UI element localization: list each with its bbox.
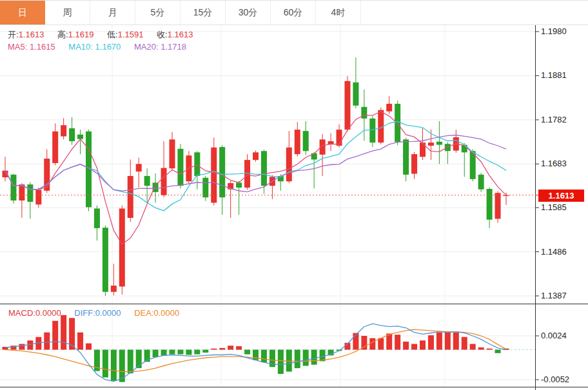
- current-price-tag: 1.1613: [538, 190, 584, 202]
- tab-5min[interactable]: 5分: [135, 1, 181, 24]
- chart-stage: 开:1.1613 高:1.1619 低:1.1591 收:1.1613 MA5:…: [0, 25, 588, 390]
- tab-4hour[interactable]: 4时: [316, 1, 361, 24]
- price-axis-tick: 1.1585: [541, 202, 567, 213]
- tab-30min[interactable]: 30分: [226, 1, 271, 24]
- ohlc-high: 高:1.1619: [57, 30, 93, 39]
- price-axis-tick: 1.1683: [541, 159, 567, 169]
- tab-month[interactable]: 月: [90, 1, 135, 24]
- macd-axis-tick: -0.0052: [541, 375, 569, 385]
- tab-day[interactable]: 日: [0, 1, 45, 24]
- ohlc-low: 低:1.1591: [107, 30, 143, 39]
- ohlc-open: 开:1.1613: [8, 30, 44, 39]
- diff-readout: DIFF:0.0000: [74, 308, 121, 318]
- macd-axis-tick: 0.0024: [541, 331, 567, 341]
- price-axis-tick: 1.1782: [541, 115, 567, 125]
- chart-widget: 日 周 月 5分 15分 30分 60分 4时 开:1.1613 高:1.161…: [0, 0, 588, 390]
- macd-readout: MACD:0.0000: [8, 308, 61, 318]
- price-axis-tick: 1.1881: [541, 70, 567, 81]
- ma20-readout: MA20: 1.1718: [134, 42, 186, 52]
- price-axis-tick: 1.1980: [541, 26, 567, 37]
- price-axis-tick: 1.1387: [541, 291, 567, 301]
- ma10-readout: MA10: 1.1670: [68, 42, 121, 52]
- main-candlestick-chart[interactable]: [0, 25, 588, 304]
- tab-15min[interactable]: 15分: [181, 1, 226, 24]
- ma5-readout: MA5: 1.1615: [8, 42, 55, 52]
- macd-legend: MACD:0.0000 DIFF:0.0000 DEA:0.0000: [8, 308, 190, 318]
- period-tabbar: 日 周 月 5分 15分 30分 60分 4时: [0, 1, 588, 25]
- tab-60min[interactable]: 60分: [271, 1, 316, 24]
- ohlc-legend: 开:1.1613 高:1.1619 低:1.1591 收:1.1613: [8, 29, 204, 41]
- ohlc-close: 收:1.1613: [157, 30, 193, 39]
- tab-week[interactable]: 周: [45, 1, 90, 24]
- dea-readout: DEA:0.0000: [134, 308, 179, 318]
- ma-legend: MA5: 1.1615 MA10: 1.1670 MA20: 1.1718: [8, 42, 197, 52]
- price-axis-tick: 1.1486: [541, 247, 567, 257]
